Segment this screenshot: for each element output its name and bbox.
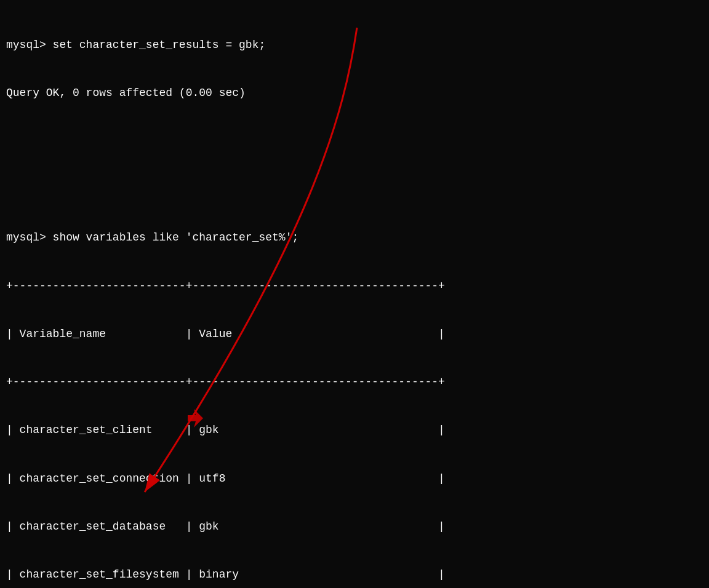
line-11: | character_set_database | gbk | xyxy=(6,518,703,534)
line-1: mysql> set character_set_results = gbk; xyxy=(6,37,703,53)
line-6: +--------------------------+------------… xyxy=(6,278,703,294)
terminal-output: mysql> set character_set_results = gbk; … xyxy=(6,5,703,588)
line-7: | Variable_name | Value | xyxy=(6,326,703,342)
line-2: Query OK, 0 rows affected (0.00 sec) xyxy=(6,85,703,101)
line-10: | character_set_connection | utf8 | xyxy=(6,471,703,487)
line-9: | character_set_client | gbk | xyxy=(6,422,703,438)
line-4 xyxy=(6,181,703,197)
line-5: mysql> show variables like 'character_se… xyxy=(6,229,703,245)
line-3 xyxy=(6,133,703,149)
line-12: | character_set_filesystem | binary | xyxy=(6,566,703,582)
line-8: +--------------------------+------------… xyxy=(6,374,703,390)
